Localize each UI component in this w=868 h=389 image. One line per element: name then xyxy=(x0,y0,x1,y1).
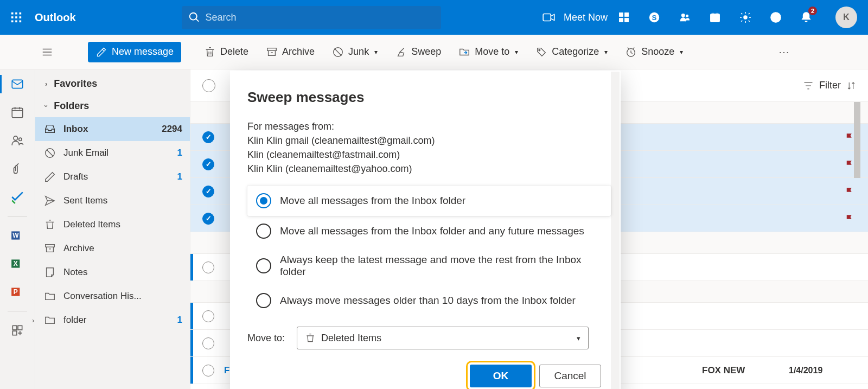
radio-icon xyxy=(256,193,271,208)
trash-icon xyxy=(305,333,316,343)
dialog-senders: Klin Klin gmail (cleanemailtest@gmail.co… xyxy=(247,133,611,176)
sweep-option-move-all-future[interactable]: Move all messages from the Inbox folder … xyxy=(247,216,611,246)
cancel-button[interactable]: Cancel xyxy=(539,365,601,387)
move-to-dropdown[interactable]: Deleted Items ▾ xyxy=(297,327,589,349)
radio-icon xyxy=(256,293,271,308)
chevron-down-icon: ▾ xyxy=(577,334,580,342)
sweep-dialog: Sweep messages For messages from: Klin K… xyxy=(230,71,621,389)
sweep-option-older-than-10[interactable]: Always move messages older than 10 days … xyxy=(247,285,611,316)
dialog-from-label: For messages from: xyxy=(247,121,611,132)
dialog-title: Sweep messages xyxy=(247,89,611,106)
sweep-options: Move all messages from the Inbox folder … xyxy=(247,186,611,316)
ok-button[interactable]: OK xyxy=(470,365,532,387)
dialog-scrollbar[interactable] xyxy=(611,72,620,389)
sweep-option-move-all[interactable]: Move all messages from the Inbox folder xyxy=(247,186,611,216)
move-to-label: Move to: xyxy=(247,333,285,344)
modal-overlay: Sweep messages For messages from: Klin K… xyxy=(0,0,868,389)
sweep-option-keep-latest[interactable]: Always keep the latest message and move … xyxy=(247,246,611,285)
radio-icon xyxy=(256,224,271,239)
move-to-value: Deleted Items xyxy=(321,333,381,344)
radio-icon xyxy=(256,258,271,273)
